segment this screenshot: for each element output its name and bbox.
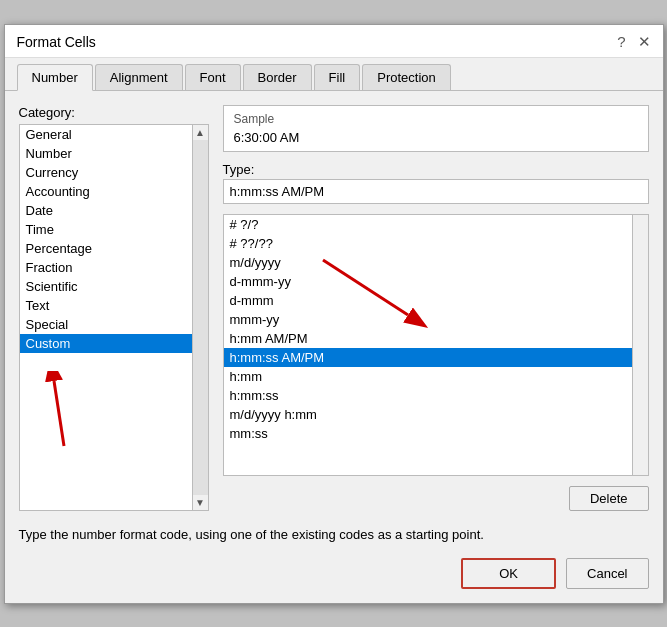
- category-item-fraction[interactable]: Fraction: [20, 258, 192, 277]
- format-cells-dialog: Format Cells ? ✕ Number Alignment Font B…: [4, 24, 664, 604]
- category-item-custom[interactable]: Custom: [20, 334, 192, 353]
- sample-box: Sample 6:30:00 AM: [223, 105, 649, 152]
- right-panel: Sample 6:30:00 AM Type: # ?/? # ??/?? m/…: [223, 105, 649, 511]
- title-bar: Format Cells ? ✕: [5, 25, 663, 58]
- main-content: Category: General Number Currency Accoun…: [5, 91, 663, 521]
- tab-alignment[interactable]: Alignment: [95, 64, 183, 90]
- ok-button[interactable]: OK: [461, 558, 556, 589]
- sample-value: 6:30:00 AM: [234, 130, 638, 145]
- svg-line-3: [323, 260, 408, 315]
- delete-row: Delete: [223, 486, 649, 511]
- type-input[interactable]: [223, 179, 649, 204]
- bottom-bar: OK Cancel: [5, 546, 663, 603]
- category-item-number[interactable]: Number: [20, 144, 192, 163]
- category-item-percentage[interactable]: Percentage: [20, 239, 192, 258]
- dialog-title: Format Cells: [17, 34, 96, 50]
- svg-line-1: [54, 381, 64, 446]
- scrollbar-track[interactable]: [193, 140, 208, 495]
- category-list-wrapper: General Number Currency Accounting Date …: [19, 124, 209, 511]
- category-item-scientific[interactable]: Scientific: [20, 277, 192, 296]
- tab-border[interactable]: Border: [243, 64, 312, 90]
- close-icon[interactable]: ✕: [638, 33, 651, 51]
- format-list-wrapper: # ?/? # ??/?? m/d/yyyy d-mmm-yy d-mmm mm…: [223, 214, 649, 476]
- format-item-12[interactable]: mm:ss: [224, 424, 632, 443]
- category-item-general[interactable]: General: [20, 125, 192, 144]
- tab-protection[interactable]: Protection: [362, 64, 451, 90]
- format-item-7[interactable]: h:mm AM/PM: [224, 329, 632, 348]
- tab-number[interactable]: Number: [17, 64, 93, 91]
- tab-font[interactable]: Font: [185, 64, 241, 90]
- type-label: Type:: [223, 162, 649, 177]
- category-item-date[interactable]: Date: [20, 201, 192, 220]
- tab-bar: Number Alignment Font Border Fill Protec…: [5, 58, 663, 91]
- cancel-button[interactable]: Cancel: [566, 558, 648, 589]
- hint-text: Type the number format code, using one o…: [5, 521, 663, 546]
- red-arrow-custom: [34, 371, 94, 451]
- format-item-9[interactable]: h:mm: [224, 367, 632, 386]
- category-scrollbar[interactable]: ▲ ▼: [192, 125, 208, 510]
- category-item-accounting[interactable]: Accounting: [20, 182, 192, 201]
- scrollbar-down-arrow[interactable]: ▼: [195, 497, 205, 508]
- format-item-1[interactable]: # ?/?: [224, 215, 632, 234]
- category-item-special[interactable]: Special: [20, 315, 192, 334]
- format-scrollbar[interactable]: [632, 215, 648, 475]
- category-list: General Number Currency Accounting Date …: [20, 125, 192, 510]
- sample-label: Sample: [234, 112, 638, 126]
- format-item-11[interactable]: m/d/yyyy h:mm: [224, 405, 632, 424]
- title-bar-controls: ? ✕: [617, 33, 650, 51]
- delete-button[interactable]: Delete: [569, 486, 649, 511]
- format-item-10[interactable]: h:mm:ss: [224, 386, 632, 405]
- type-section: Type:: [223, 162, 649, 204]
- category-label: Category:: [19, 105, 209, 120]
- scrollbar-up-arrow[interactable]: ▲: [195, 127, 205, 138]
- category-item-text[interactable]: Text: [20, 296, 192, 315]
- left-panel: Category: General Number Currency Accoun…: [19, 105, 209, 511]
- tab-fill[interactable]: Fill: [314, 64, 361, 90]
- format-item-8[interactable]: h:mm:ss AM/PM: [224, 348, 632, 367]
- red-arrow-format: [313, 250, 433, 330]
- help-icon[interactable]: ?: [617, 33, 625, 50]
- category-item-currency[interactable]: Currency: [20, 163, 192, 182]
- category-item-time[interactable]: Time: [20, 220, 192, 239]
